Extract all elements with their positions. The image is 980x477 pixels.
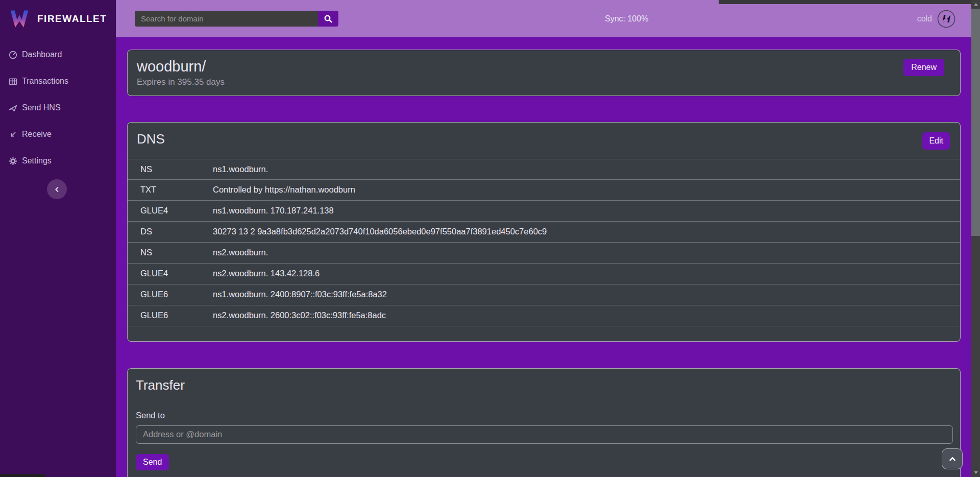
sidebar-item-label: Transactions [22,77,68,86]
domain-expiry: Expires in 395.35 days [137,77,951,87]
dns-record-value: ns2.woodburn. 143.42.128.6 [213,269,960,278]
transfer-title: Transfer [136,377,952,394]
chevron-left-icon [54,186,61,193]
send-icon [9,104,17,112]
sidebar-item-label: Dashboard [22,50,62,59]
dns-record-value: ns1.woodburn. 170.187.241.138 [213,206,960,216]
sidebar-item-label: Send HNS [22,103,61,112]
scrollbar-thumb[interactable] [971,9,980,236]
dns-record-type: TXT [140,185,213,195]
sidebar-item-receive[interactable]: Receive [0,121,116,148]
dns-record-row: TXT Controlled by https://nathan.woodbur… [128,180,960,201]
dns-record-type: DS [140,227,213,236]
bottom-left-dark-strip [0,474,45,477]
sidebar-nav: Dashboard Transactions Send HNS [0,41,116,174]
renew-button[interactable]: Renew [903,59,944,76]
domain-card: woodburn/ Expires in 395.35 days Renew [127,50,961,96]
dns-record-type: NS [140,164,213,174]
scroll-to-top-button[interactable] [942,448,963,469]
scrollbar-down-arrow[interactable] [971,468,980,477]
dns-card: DNS Edit NS ns1.woodburn. TXT Controlled… [127,122,961,342]
dns-record-type: GLUE6 [140,311,213,320]
dns-record-value: ns2.woodburn. 2600:3c02::f03c:93ff:fe5a:… [213,311,960,320]
sidebar-item-send-hns[interactable]: Send HNS [0,94,116,121]
dns-record-type: GLUE4 [140,206,213,216]
dns-record-row: NS ns2.woodburn. [128,243,960,264]
dns-record-value: ns1.woodburn. 2400:8907::f03c:93ff:fe5a:… [213,290,960,299]
sync-status: Sync: 100% [605,14,648,23]
settings-gear-icon [9,157,17,165]
search-button[interactable] [318,11,338,27]
domain-title: woodburn/ [137,58,951,76]
dashboard-gauge-icon [9,51,17,59]
transfer-address-input[interactable] [136,425,953,444]
dns-record-row: GLUE4 ns1.woodburn. 170.187.241.138 [128,201,960,222]
wallet-name: cold [917,14,932,23]
sidebar-collapse-button[interactable] [47,179,67,199]
dns-record-row: NS ns1.woodburn. [128,159,960,180]
firewallet-w-logo [8,8,31,30]
scrollbar[interactable] [971,0,980,477]
top-right-dark-strip [719,0,980,4]
receive-icon [9,130,17,139]
dns-records-table: NS ns1.woodburn. TXT Controlled by https… [128,159,960,326]
dns-title: DNS [128,131,960,148]
handshake-logo-icon: H [937,10,955,28]
main-content: woodburn/ Expires in 395.35 days Renew D… [116,37,971,477]
chevron-up-icon [948,455,957,463]
dns-record-value: ns1.woodburn. [213,164,960,174]
search-input[interactable] [135,11,318,27]
dns-record-type: GLUE6 [140,290,213,299]
search-icon [324,14,333,23]
dns-record-value: 30273 13 2 9a3a8fb3d625d2a2073d740f10da6… [213,227,960,236]
send-to-label: Send to [136,411,952,420]
dns-record-value: ns2.woodburn. [213,248,960,257]
sidebar-item-label: Receive [22,130,52,139]
sidebar-item-label: Settings [22,156,52,165]
dns-edit-button[interactable]: Edit [922,132,950,150]
brand: FIREWALLET [0,0,116,37]
brand-name: FIREWALLET [37,13,107,25]
domain-search [135,11,338,27]
dns-record-type: GLUE4 [140,269,213,278]
transfer-card: Transfer Send to Send [127,368,961,477]
sidebar-item-settings[interactable]: Settings [0,148,116,174]
transfer-send-button[interactable]: Send [136,454,169,470]
dns-record-type: NS [140,248,213,257]
sidebar: FIREWALLET Dashboard Transactions [0,0,116,477]
sidebar-item-dashboard[interactable]: Dashboard [0,41,116,68]
transactions-table-icon [9,77,17,86]
scrollbar-up-arrow[interactable] [971,0,980,9]
dns-record-row: DS 30273 13 2 9a3a8fb3d625d2a2073d740f10… [128,222,960,243]
topbar: Sync: 100% cold H [116,0,980,37]
dns-record-value: Controlled by https://nathan.woodburn [213,185,960,195]
dns-record-row: GLUE6 ns1.woodburn. 2400:8907::f03c:93ff… [128,284,960,305]
sidebar-item-transactions[interactable]: Transactions [0,68,116,94]
dns-record-row: GLUE4 ns2.woodburn. 143.42.128.6 [128,264,960,284]
dns-record-row: GLUE6 ns2.woodburn. 2600:3c02::f03c:93ff… [128,305,960,326]
wallet-badge[interactable]: cold H [917,10,955,28]
